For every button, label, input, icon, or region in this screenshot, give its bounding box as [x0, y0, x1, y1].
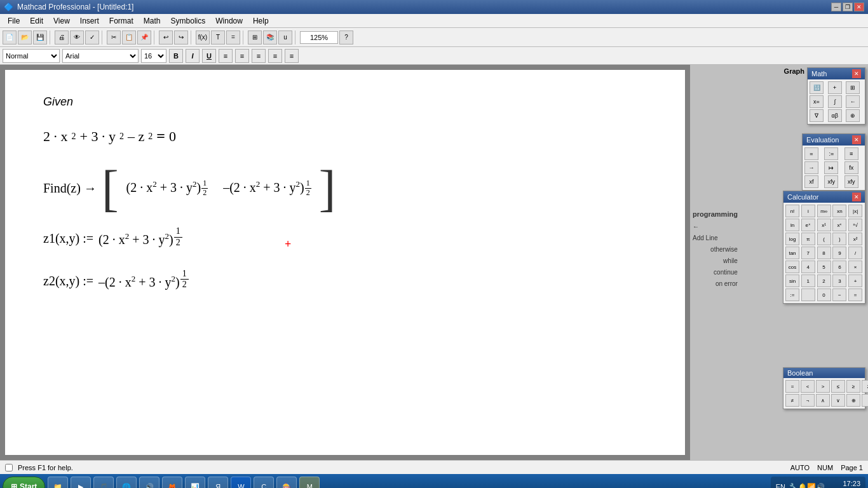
zoom-input[interactable]: [300, 31, 338, 44]
taskbar-yandex[interactable]: Я: [208, 477, 228, 488]
status-checkbox[interactable]: [5, 464, 13, 471]
math-prog-btn[interactable]: ∇: [810, 109, 824, 122]
help-button[interactable]: ?: [339, 30, 353, 44]
calc-8-btn[interactable]: 8: [817, 247, 831, 259]
taskbar-audio[interactable]: 🎵: [93, 477, 114, 488]
redo-button[interactable]: ↪: [174, 30, 188, 44]
style-select[interactable]: Normal: [3, 49, 60, 63]
calc-4-btn[interactable]: 4: [801, 261, 815, 273]
calc-i-btn[interactable]: i: [801, 205, 815, 217]
bullet-button[interactable]: ≡: [268, 49, 282, 63]
calc-abs-btn[interactable]: |x|: [848, 205, 862, 217]
print-button[interactable]: 🖨: [55, 30, 69, 44]
calc-5-btn[interactable]: 5: [817, 261, 831, 273]
calc-tan-btn[interactable]: tan: [785, 247, 799, 259]
preview-button[interactable]: 👁: [70, 30, 84, 44]
menu-item-file[interactable]: File: [3, 15, 25, 27]
cut-button[interactable]: ✂: [107, 30, 121, 44]
numbered-button[interactable]: ≡: [285, 49, 299, 63]
eval-xfy2-btn[interactable]: xfy: [844, 175, 858, 188]
calc-xx-btn[interactable]: xˣ: [832, 219, 846, 231]
math-panel-close[interactable]: ✕: [852, 69, 861, 78]
math-calc2-btn[interactable]: ∫: [828, 95, 842, 108]
eval-arrow-btn[interactable]: →: [804, 161, 818, 174]
check-button[interactable]: ✓: [85, 30, 99, 44]
calc-assign-btn[interactable]: :=: [785, 288, 799, 301]
units-button[interactable]: u: [278, 30, 292, 44]
new-button[interactable]: 📄: [3, 30, 17, 44]
italic-button[interactable]: I: [186, 49, 200, 63]
open-button[interactable]: 📂: [18, 30, 32, 44]
taskbar-mathcad[interactable]: M: [299, 477, 320, 488]
calc-2-btn[interactable]: 2: [817, 274, 831, 287]
insert-text-button[interactable]: T: [211, 30, 225, 44]
calc-1-btn[interactable]: 1: [801, 274, 815, 287]
calc-6-btn[interactable]: 6: [832, 261, 846, 273]
eval-equiv-btn[interactable]: ≡: [844, 147, 858, 160]
taskbar-network[interactable]: 🌐: [116, 477, 137, 488]
bool-gte-btn[interactable]: ≥: [846, 380, 860, 393]
menu-item-view[interactable]: View: [48, 15, 75, 27]
calc-7-btn[interactable]: 7: [801, 247, 815, 259]
minimize-button[interactable]: ─: [831, 3, 841, 11]
calc-log-btn[interactable]: log: [785, 233, 799, 245]
calc-plus-btn[interactable]: +: [848, 274, 862, 287]
taskbar-chrome[interactable]: C: [254, 477, 274, 488]
calc-cos-btn[interactable]: cos: [785, 261, 799, 273]
math-graph-btn[interactable]: +: [828, 81, 842, 94]
calc-x2-btn[interactable]: x²: [848, 233, 862, 245]
taskbar-excel[interactable]: 📊: [185, 477, 205, 488]
restore-button[interactable]: ❐: [843, 3, 853, 11]
calc-x1-btn[interactable]: x¹: [817, 219, 831, 231]
align-center-button[interactable]: ≡: [235, 49, 249, 63]
align-left-button[interactable]: ≡: [219, 49, 233, 63]
calc-sin-btn[interactable]: sin: [785, 274, 799, 287]
document-area[interactable]: Given 2 · x2 + 3 · y2 – z2 = 0 Find(z) →…: [5, 70, 685, 455]
calc-9-btn[interactable]: 9: [832, 247, 846, 259]
taskbar-firefox[interactable]: 🦊: [162, 477, 182, 488]
bool-lt-btn[interactable]: <: [801, 380, 815, 393]
math-extra-btn[interactable]: ⊕: [846, 109, 860, 122]
bool-or-btn[interactable]: ∨: [831, 394, 845, 407]
close-button[interactable]: ✕: [854, 3, 864, 11]
taskbar-word[interactable]: W: [231, 477, 251, 488]
calc-lparen-btn[interactable]: (: [817, 233, 831, 245]
calc-minus-btn[interactable]: −: [832, 288, 846, 301]
start-button[interactable]: ⊞ Start: [3, 477, 45, 488]
math-bool-btn[interactable]: αβ: [828, 109, 842, 122]
resource-button[interactable]: 📚: [263, 30, 277, 44]
save-button[interactable]: 💾: [33, 30, 47, 44]
taskbar-media[interactable]: ▶: [71, 477, 91, 488]
font-select[interactable]: Arial: [62, 49, 139, 63]
size-select[interactable]: 16: [141, 49, 166, 63]
undo-button[interactable]: ↩: [159, 30, 173, 44]
math-calc-btn[interactable]: 🔢: [810, 81, 824, 94]
math-sym-btn[interactable]: ←: [846, 95, 860, 108]
menu-item-symbolics[interactable]: Symbolics: [166, 15, 211, 27]
calc-3-btn[interactable]: 3: [832, 274, 846, 287]
bool-and-btn[interactable]: ∧: [816, 394, 830, 407]
calc-minf-btn[interactable]: m∞: [817, 205, 831, 217]
menu-item-window[interactable]: Window: [210, 15, 248, 27]
menu-item-help[interactable]: Help: [248, 15, 274, 27]
eval-map-btn[interactable]: ↦: [824, 161, 838, 174]
matrix-button[interactable]: ⊞: [248, 30, 262, 44]
bool-extra-btn[interactable]: ≥: [862, 380, 868, 393]
calc-eq-btn[interactable]: =: [848, 288, 862, 301]
menu-item-format[interactable]: Format: [104, 15, 139, 27]
equals-button[interactable]: =: [226, 30, 240, 44]
calc-panel-close[interactable]: ✕: [852, 193, 861, 201]
calc-n!-btn[interactable]: n!: [785, 205, 799, 217]
calc-rparen-btn[interactable]: ): [832, 233, 846, 245]
calc-ln-btn[interactable]: ln: [785, 219, 799, 231]
calc-div-btn[interactable]: /: [848, 247, 862, 259]
eval-xfy-btn[interactable]: xfy: [824, 175, 838, 188]
eval-eq-btn[interactable]: =: [804, 147, 818, 160]
menu-item-insert[interactable]: Insert: [75, 15, 104, 27]
paste-button[interactable]: 📌: [137, 30, 151, 44]
taskbar-explorer[interactable]: 📁: [48, 477, 68, 488]
align-right-button[interactable]: ≡: [252, 49, 266, 63]
eval-fx-btn[interactable]: fx: [844, 161, 858, 174]
calc-xn-btn[interactable]: xn: [832, 205, 846, 217]
bool-eq-btn[interactable]: =: [785, 380, 799, 393]
